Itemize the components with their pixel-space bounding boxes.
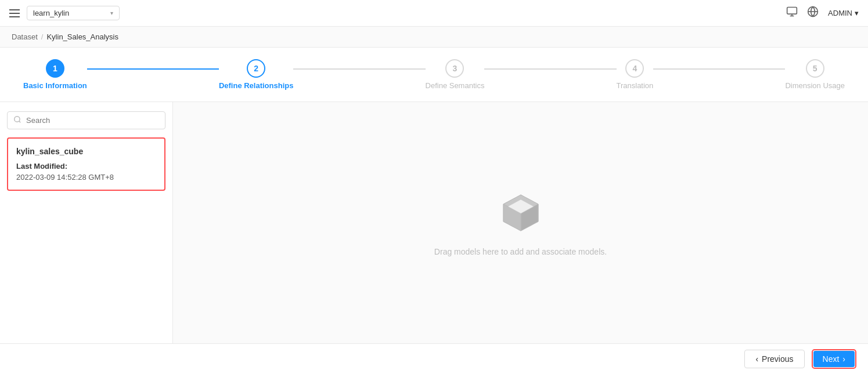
step-connector-4-5 [653,68,785,70]
step-1[interactable]: 1 Basic Information [23,59,87,90]
search-box [7,111,165,129]
model-card[interactable]: kylin_sales_cube Last Modified: 2022-03-… [7,137,165,191]
admin-label: ADMIN [828,9,852,17]
globe-icon[interactable] [807,6,819,20]
search-icon [13,115,21,125]
step-label-4: Translation [617,81,654,90]
hamburger-icon[interactable] [9,9,20,17]
svg-rect-0 [787,8,797,14]
step-label-2: Define Relationships [219,81,294,90]
step-circle-5: 5 [806,59,824,78]
admin-chevron: ▾ [855,9,859,17]
chevron-down-icon: ▾ [110,10,113,16]
model-modified-label: Last Modified: [16,162,156,171]
breadcrumb-current: Kylin_Sales_Analysis [46,32,118,41]
project-name: learn_kylin [33,9,69,17]
main-content: kylin_sales_cube Last Modified: 2022-03-… [0,102,868,343]
step-connector-2-3 [293,68,425,70]
svg-point-5 [15,117,20,122]
sidebar: kylin_sales_cube Last Modified: 2022-03-… [0,102,173,343]
cube-icon [498,189,544,238]
topbar-right: ADMIN ▾ [786,6,859,20]
svg-line-6 [19,121,21,123]
step-connector-1-2 [87,68,219,70]
monitor-icon[interactable] [786,6,798,20]
project-selector[interactable]: learn_kylin ▾ [27,6,120,20]
topbar: learn_kylin ▾ ADMIN ▾ [0,0,868,27]
step-circle-2: 2 [247,59,265,78]
admin-button[interactable]: ADMIN ▾ [828,9,859,17]
breadcrumb-separator: / [41,32,44,41]
step-label-1: Basic Information [23,81,87,90]
step-2[interactable]: 2 Define Relationships [219,59,294,90]
step-circle-1: 1 [46,59,64,78]
step-3[interactable]: 3 Define Semantics [426,59,485,90]
next-button-wrapper: Next › [812,349,856,369]
step-connector-3-4 [484,68,616,70]
stepper: 1 Basic Information 2 Define Relationshi… [0,48,868,102]
step-label-3: Define Semantics [426,81,485,90]
step-5[interactable]: 5 Dimension Usage [785,59,845,90]
step-circle-4: 4 [625,59,644,78]
model-name: kylin_sales_cube [16,147,156,156]
previous-label: Previous [762,354,793,364]
next-icon: › [842,354,845,364]
next-label: Next [823,354,840,364]
drop-area: Drag models here to add and associate mo… [173,102,868,343]
breadcrumb-parent[interactable]: Dataset [12,32,38,41]
prev-icon: ‹ [755,354,758,364]
breadcrumb: Dataset / Kylin_Sales_Analysis [0,27,868,48]
step-4[interactable]: 4 Translation [617,59,654,90]
footer: ‹ Previous Next › [0,343,868,370]
next-button[interactable]: Next › [813,351,855,367]
step-label-5: Dimension Usage [785,81,845,90]
model-modified-value: 2022-03-09 14:52:28 GMT+8 [16,173,156,182]
step-circle-3: 3 [445,59,464,78]
drop-text: Drag models here to add and associate mo… [434,247,607,256]
previous-button[interactable]: ‹ Previous [744,350,804,368]
topbar-left: learn_kylin ▾ [9,6,120,20]
search-input[interactable] [26,116,159,125]
